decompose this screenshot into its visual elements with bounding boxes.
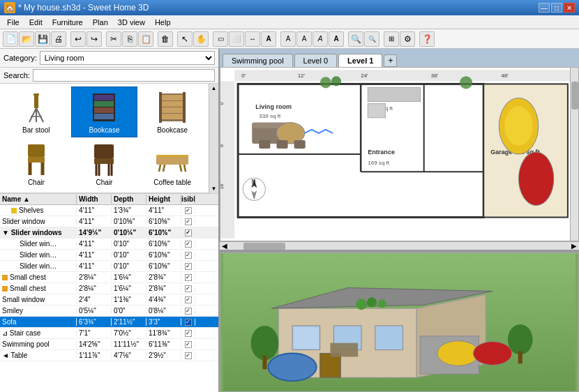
svg-rect-15: [161, 114, 183, 119]
menu-file[interactable]: File: [3, 17, 24, 28]
category-row: Category: Living room Bedroom Kitchen Ba…: [0, 49, 218, 68]
scroll-right-btn[interactable]: ▶: [569, 242, 579, 250]
cell-vis: ✓: [181, 352, 195, 359]
list-item-sofa[interactable]: Sofa 6'3¾" 2'11½" 3'3" ✓: [0, 317, 218, 328]
zoom-out-icon[interactable]: 🔍: [364, 31, 379, 47]
list-item[interactable]: Small window 2'4" 1'1⅜" 4'4¾" ✓: [0, 294, 218, 306]
furniture-item-chair2[interactable]: Chair: [71, 139, 138, 190]
cell-width: 2'8¼": [77, 285, 112, 292]
furniture-item-barstool[interactable]: Bar stool: [3, 86, 70, 137]
cell-name: Slider win…: [0, 262, 77, 270]
minimize-button[interactable]: —: [539, 3, 550, 13]
redo-icon[interactable]: ↪: [87, 31, 102, 47]
cursor-icon[interactable]: ↖: [177, 31, 193, 47]
font-d-icon[interactable]: A: [329, 31, 344, 47]
add-room-icon[interactable]: ⬜: [229, 31, 244, 47]
barstool-label: Bar stool: [22, 126, 50, 134]
zoom-in-icon[interactable]: 🔍: [348, 31, 363, 47]
maximize-button[interactable]: □: [551, 3, 562, 13]
main-area: Category: Living room Bedroom Kitchen Ba…: [0, 49, 579, 392]
grid-icon[interactable]: ⊞: [384, 31, 399, 47]
list-item[interactable]: Slider win… 4'11" 0'10" 6'10⅝" ✓: [0, 250, 218, 261]
new-icon[interactable]: 📄: [3, 31, 18, 47]
menu-furniture[interactable]: Furniture: [48, 17, 87, 28]
menu-edit[interactable]: Edit: [25, 17, 47, 28]
undo-icon[interactable]: ↩: [70, 31, 86, 47]
pan-icon[interactable]: ✋: [193, 31, 209, 47]
add-text-icon[interactable]: A: [261, 31, 276, 47]
list-item[interactable]: Small chest 2'8¼" 1'6¼" 2'8¾" ✓: [0, 283, 218, 294]
svg-text:8': 8': [220, 144, 224, 147]
bookcase2-label: Bookcase: [157, 126, 188, 134]
cell-vis: ✓: [181, 274, 195, 281]
list-body: Shelves 4'11" 1'3¾" 4'11" ✓ Slider windo…: [0, 205, 218, 392]
svg-text:0': 0': [241, 73, 246, 79]
copy-icon[interactable]: ⎘: [122, 31, 137, 47]
cell-name: Small window: [0, 296, 77, 303]
cell-height: 6'10⅝": [146, 262, 181, 270]
font-b-icon[interactable]: A: [296, 31, 312, 47]
paste-icon[interactable]: 📋: [138, 31, 153, 47]
furniture-item-chair1[interactable]: Chair: [3, 139, 70, 190]
svg-point-97: [367, 297, 377, 307]
grid-scrollbar[interactable]: ▲ ▼: [209, 84, 218, 193]
list-item[interactable]: Slider window 4'11" 0'10⅝" 6'10⅝" ✓: [0, 216, 218, 227]
plan-hscroll[interactable]: ◀ ▶: [220, 241, 579, 250]
list-item[interactable]: ◄ Table 1'11⅞" 4'7⅛" 2'9½" ✓: [0, 350, 218, 361]
add-dimension-icon[interactable]: ↔: [245, 31, 260, 47]
cell-depth: 1'1⅜": [112, 296, 146, 303]
svg-rect-94: [294, 327, 319, 349]
open-icon[interactable]: 📂: [19, 31, 34, 47]
help2-icon[interactable]: ❓: [419, 31, 435, 47]
list-item[interactable]: Small chest 2'8¼" 1'6¼" 2'8¾" ✓: [0, 272, 218, 283]
svg-rect-36: [234, 70, 578, 81]
menu-plan[interactable]: Plan: [89, 17, 112, 28]
svg-point-89: [251, 326, 279, 361]
cell-width: 0'5¼": [77, 307, 112, 315]
delete-icon[interactable]: 🗑: [158, 31, 173, 47]
chair1-label: Chair: [28, 179, 45, 186]
furniture-item-bookcase1[interactable]: Bookcase: [71, 86, 138, 137]
font-c-icon[interactable]: A: [313, 31, 328, 47]
search-input[interactable]: [33, 69, 215, 82]
cell-width: 4'11": [77, 262, 112, 270]
tab-level0[interactable]: Level 0: [294, 54, 337, 67]
list-item[interactable]: Swimming pool 14'2⅝" 11'11½" 6'11⅜" ✓: [0, 339, 218, 350]
settings-icon[interactable]: ⚙: [400, 31, 415, 47]
menu-3dview[interactable]: 3D view: [114, 17, 149, 28]
svg-rect-31: [156, 155, 188, 157]
floor-plan-2d[interactable]: 0' 12' 24' 36' 48' 0' 8' 16': [220, 67, 579, 241]
scroll-left-btn[interactable]: ◀: [220, 242, 230, 250]
close-button[interactable]: ✕: [564, 3, 575, 13]
svg-line-3: [36, 108, 43, 122]
svg-rect-66: [276, 140, 287, 149]
svg-rect-10: [94, 114, 114, 119]
svg-text:169 sq ft: 169 sq ft: [368, 160, 390, 166]
chair2-label: Chair: [96, 179, 113, 186]
list-item-group[interactable]: ▼ Slider windows 14'9¼" 0'10¼" 6'10⅝" ✓: [0, 227, 218, 239]
list-item[interactable]: Slider win… 4'11" 0'10" 6'10⅝" ✓: [0, 239, 218, 250]
tab-level1[interactable]: Level 1: [338, 54, 382, 67]
list-item[interactable]: Smiley 0'5¼" 0'0" 0'8¼" ✓: [0, 306, 218, 317]
add-wall-icon[interactable]: ▭: [213, 31, 228, 47]
list-item[interactable]: Slider win… 4'11" 0'10" 6'10⅝" ✓: [0, 261, 218, 272]
tab-swimming-pool[interactable]: Swimming pool: [223, 54, 293, 67]
cell-height: 3'3": [146, 318, 181, 326]
menu-help[interactable]: Help: [151, 17, 175, 28]
furniture-item-bookcase2[interactable]: Bookcase: [139, 86, 206, 137]
print-icon[interactable]: 🖨: [51, 31, 66, 47]
svg-point-88: [473, 342, 511, 365]
svg-rect-16: [159, 92, 162, 123]
cell-vis: ✓: [181, 252, 195, 259]
list-item[interactable]: Shelves 4'11" 1'3¾" 4'11" ✓: [0, 205, 218, 216]
furniture-item-coffeetable[interactable]: Coffee table: [139, 139, 206, 190]
3d-view[interactable]: [220, 252, 579, 392]
plan-vscroll[interactable]: [570, 68, 578, 241]
save-icon[interactable]: 💾: [35, 31, 50, 47]
add-level-button[interactable]: +: [384, 54, 397, 67]
category-select[interactable]: Living room Bedroom Kitchen Bathroom Off…: [40, 51, 215, 65]
list-item[interactable]: ⊿ Stair case 7'1" 7'0½" 11'8¾" ✓: [0, 328, 218, 339]
font-a-icon[interactable]: A: [280, 31, 296, 47]
cut-icon[interactable]: ✂: [106, 31, 121, 47]
svg-rect-19: [28, 157, 45, 163]
